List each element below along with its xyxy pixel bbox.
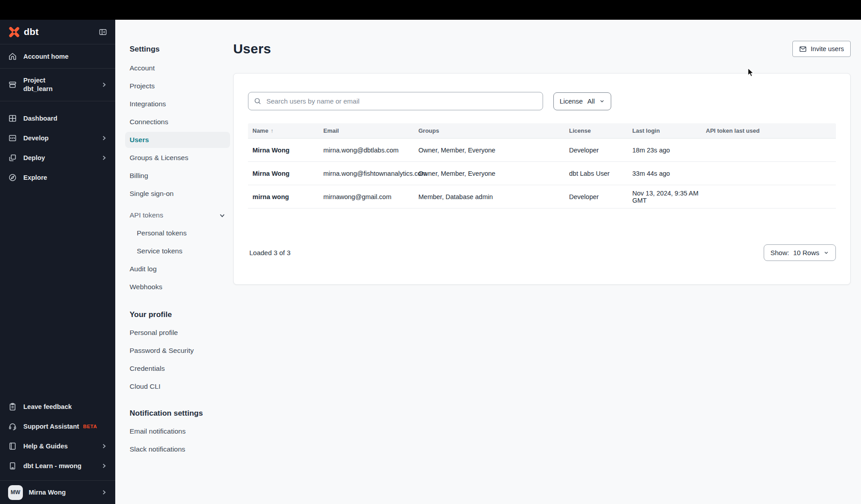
cell-last-login: 18m 23s ago [632, 147, 706, 154]
settings-item-single-sign-on[interactable]: Single sign-on [125, 185, 230, 203]
cell-groups: Member, Database admin [418, 193, 569, 200]
cell-email: mirnawong@gmail.com [323, 193, 418, 200]
settings-item-webhooks[interactable]: Webhooks [125, 278, 230, 296]
archive-icon [8, 80, 17, 89]
sidebar-item-label: Project [23, 76, 52, 85]
settings-nav: Settings Account Projects Integrations C… [115, 20, 233, 504]
page-title: Users [233, 41, 271, 56]
sidebar-item-support-assistant[interactable]: Support Assistant BETA [0, 417, 115, 436]
cell-license: Developer [569, 147, 632, 154]
column-header-license[interactable]: License [569, 127, 632, 134]
sidebar-project-name: dbt_learn [23, 85, 52, 93]
table-row[interactable]: Mirna Wong mirna.wong@fishtownanalytics.… [248, 162, 836, 185]
search-icon [254, 97, 261, 105]
cell-license: Developer [569, 193, 632, 200]
invite-users-button[interactable]: Invite users [792, 41, 851, 57]
book-icon [8, 442, 17, 451]
envelope-icon [799, 45, 807, 53]
cell-email: mirna.wong@dbtlabs.com [323, 147, 418, 154]
sidebar-item-explore[interactable]: Explore [0, 168, 115, 187]
table-row[interactable]: Mirna Wong mirna.wong@dbtlabs.com Owner,… [248, 139, 836, 162]
settings-item-account[interactable]: Account [125, 59, 230, 77]
settings-item-personal-profile[interactable]: Personal profile [125, 324, 230, 342]
sidebar-item-label: Deploy [23, 154, 45, 161]
grid-icon [8, 114, 17, 123]
sidebar-item-develop[interactable]: Develop [0, 128, 115, 148]
dbt-logo-icon [8, 26, 20, 38]
sidebar-item-label: Develop [23, 135, 48, 142]
top-black-bar [0, 0, 861, 20]
cell-license: dbt Labs User [569, 170, 632, 177]
main-content: Users Invite users Licen [233, 20, 861, 504]
home-icon [8, 52, 17, 61]
sidebar-item-help-guides[interactable]: Help & Guides [0, 436, 115, 456]
sidebar-item-label: Help & Guides [23, 443, 68, 450]
settings-item-password-security[interactable]: Password & Security [125, 342, 230, 360]
sidebar-item-label: Dashboard [23, 115, 57, 122]
headset-icon [8, 422, 17, 431]
license-filter-dropdown[interactable]: License All [553, 92, 611, 110]
settings-item-groups-licenses[interactable]: Groups & Licenses [125, 149, 230, 167]
stack-icon [8, 153, 17, 162]
sort-ascending-icon: ↑ [270, 128, 273, 134]
sidebar-item-dashboard[interactable]: Dashboard [0, 109, 115, 128]
user-name: Mirna Wong [29, 489, 66, 496]
chevron-right-icon [101, 489, 107, 495]
sidebar-item-label: Leave feedback [23, 403, 72, 410]
chevron-right-icon [101, 443, 107, 449]
settings-item-slack-notifications[interactable]: Slack notifications [125, 440, 230, 458]
chevron-right-icon [101, 82, 107, 88]
chevron-down-icon [219, 212, 226, 219]
sidebar-item-dbt-learn[interactable]: dbt Learn - mwong [0, 456, 115, 476]
sidebar-item-deploy[interactable]: Deploy [0, 148, 115, 168]
sidebar-item-project[interactable]: Project dbt_learn [0, 69, 115, 101]
sidebar-item-account-home[interactable]: Account home [0, 44, 115, 69]
sidebar: dbt Account home [0, 20, 115, 504]
table-header-row: Name ↑ Email Groups License Last login A… [248, 123, 836, 139]
rows-per-page-dropdown[interactable]: Show: 10 Rows [764, 244, 836, 261]
chevron-right-icon [101, 155, 107, 161]
search-wrap [248, 92, 543, 110]
sidebar-item-label: Account home [23, 53, 69, 60]
column-header-email[interactable]: Email [323, 127, 418, 134]
building-icon [8, 461, 17, 470]
compass-icon [8, 173, 17, 182]
avatar: MW [8, 485, 23, 500]
chevron-right-icon [101, 135, 107, 141]
sidebar-item-leave-feedback[interactable]: Leave feedback [0, 397, 115, 417]
settings-item-email-notifications[interactable]: Email notifications [125, 422, 230, 440]
collapse-sidebar-icon[interactable] [99, 28, 107, 36]
cell-groups: Owner, Member, Everyone [418, 170, 569, 177]
table-row[interactable]: mirna wong mirnawong@gmail.com Member, D… [248, 185, 836, 209]
settings-item-credentials[interactable]: Credentials [125, 360, 230, 378]
users-table: Name ↑ Email Groups License Last login A… [248, 123, 836, 209]
profile-section-title: Your profile [130, 306, 226, 324]
settings-item-integrations[interactable]: Integrations [125, 95, 230, 113]
cell-email: mirna.wong@fishtownanalytics.com [323, 170, 418, 177]
column-header-name[interactable]: Name ↑ [252, 127, 323, 134]
logo-text: dbt [24, 26, 39, 37]
cell-name: Mirna Wong [252, 170, 323, 177]
settings-item-audit-log[interactable]: Audit log [125, 260, 230, 278]
cell-groups: Owner, Member, Everyone [418, 147, 569, 154]
notification-section-title: Notification settings [130, 404, 226, 422]
settings-item-cloud-cli[interactable]: Cloud CLI [125, 378, 230, 395]
settings-item-service-tokens[interactable]: Service tokens [125, 242, 230, 260]
users-card: License All Name ↑ Email Groups License … [233, 73, 851, 285]
cell-last-login: 33m 44s ago [632, 170, 706, 177]
sidebar-user-menu[interactable]: MW Mirna Wong [0, 480, 115, 504]
chevron-right-icon [101, 463, 107, 469]
cell-name: mirna wong [252, 193, 323, 200]
settings-item-personal-tokens[interactable]: Personal tokens [125, 224, 230, 242]
search-input[interactable] [248, 92, 543, 110]
sidebar-item-label: Support Assistant [23, 423, 79, 430]
beta-badge: BETA [83, 424, 97, 429]
settings-item-connections[interactable]: Connections [125, 113, 230, 131]
column-header-last-login[interactable]: Last login [632, 127, 706, 134]
settings-item-users[interactable]: Users [125, 132, 230, 148]
settings-item-projects[interactable]: Projects [125, 77, 230, 95]
column-header-api-token[interactable]: API token last used [706, 127, 836, 134]
settings-item-billing[interactable]: Billing [125, 167, 230, 185]
settings-item-api-tokens[interactable]: API tokens [125, 206, 230, 224]
column-header-groups[interactable]: Groups [418, 127, 569, 134]
